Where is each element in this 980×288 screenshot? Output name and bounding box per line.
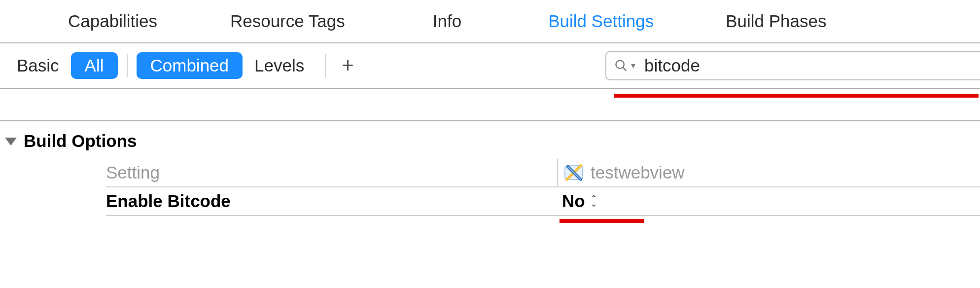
setting-value-cell[interactable]: No ⌃ ⌄ (557, 191, 597, 211)
plus-icon: + (342, 54, 354, 77)
group-title: Build Options (24, 131, 137, 151)
group-header[interactable]: Build Options (0, 121, 980, 159)
toolbar-divider (325, 54, 326, 77)
setting-value: No (562, 191, 585, 211)
add-build-setting-button[interactable]: + (335, 54, 361, 77)
svg-line-1 (623, 68, 627, 71)
search-input[interactable] (644, 56, 980, 75)
tab-info[interactable]: Info (419, 0, 475, 42)
column-target: testwebview (557, 159, 685, 186)
search-icon[interactable]: ▾ (614, 59, 635, 72)
toolbar-divider (127, 54, 128, 77)
tab-capabilities[interactable]: Capabilities (54, 0, 171, 42)
scope-basic[interactable]: Basic (5, 56, 71, 75)
svg-point-0 (616, 61, 624, 69)
search-field-container: ▾ (605, 51, 980, 80)
build-settings-toolbar: Basic All Combined Levels + ▾ (0, 43, 980, 89)
setting-row[interactable]: Enable Bitcode No ⌃ ⌄ (106, 187, 980, 216)
editor-tabs: Capabilities Resource Tags Info Build Se… (0, 0, 980, 43)
annotation-underline (560, 219, 644, 223)
tab-build-phases[interactable]: Build Phases (712, 0, 840, 42)
view-levels[interactable]: Levels (243, 56, 316, 75)
setting-name: Enable Bitcode (106, 191, 557, 211)
chevron-down-icon: ▾ (631, 60, 635, 71)
disclosure-triangle-icon[interactable] (5, 138, 17, 145)
settings-columns-header: Setting testwebview (106, 159, 980, 187)
column-setting-label: Setting (106, 163, 557, 182)
tab-resource-tags[interactable]: Resource Tags (216, 0, 359, 42)
chevron-down-icon: ⌄ (590, 201, 597, 206)
view-combined[interactable]: Combined (137, 52, 243, 79)
scope-all[interactable]: All (71, 52, 118, 79)
stepper-icon[interactable]: ⌃ ⌄ (590, 196, 597, 206)
target-name: testwebview (591, 163, 685, 182)
tab-build-settings[interactable]: Build Settings (534, 0, 667, 42)
annotation-underline (614, 94, 979, 98)
tab-label: Build Settings (548, 11, 654, 31)
xcode-app-icon (563, 162, 585, 183)
